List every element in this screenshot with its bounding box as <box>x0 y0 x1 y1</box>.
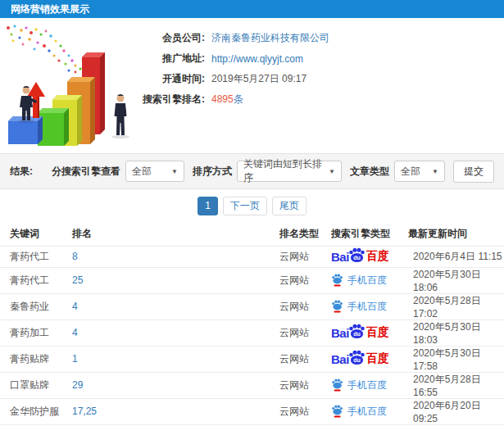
rank-link[interactable]: 29 <box>72 379 83 391</box>
rank-link[interactable]: 1 <box>72 353 78 365</box>
baidu-cn-text: 百度 <box>366 325 389 340</box>
mobile-baidu-label: 手机百度 <box>347 274 387 288</box>
keyword-cell: 膏药加工 <box>0 320 72 346</box>
search-engine-cell[interactable]: Bai du 百度 手机百度 <box>331 267 408 293</box>
last-page-button[interactable]: 尾页 <box>272 197 306 215</box>
keyword-cell: 口罩贴牌 <box>0 372 72 398</box>
rank-cell: 8 <box>72 246 279 267</box>
open-time-label: 开通时间: <box>133 72 205 86</box>
svg-text:du: du <box>353 255 361 261</box>
search-engine-cell[interactable]: Bai du 百度 手机百度 <box>331 346 408 372</box>
rank-link[interactable]: 4 <box>72 327 78 338</box>
page-title: 网络营销效果展示 <box>11 3 89 15</box>
table-row: 膏药加工 4 云网站 Bai du 百度 <box>0 320 504 346</box>
pagination: 1 下一页 尾页 <box>0 189 504 223</box>
confetti-dots <box>7 25 82 73</box>
table-row: 膏药贴牌 1 云网站 Bai du 百度 <box>0 346 504 372</box>
rank-link[interactable]: 4 <box>72 301 78 312</box>
rank-type-cell: 云网站 <box>279 293 331 320</box>
rank-count-number: 4895 <box>211 93 234 105</box>
update-time-cell: 2020年5月30日 18:06 <box>408 267 504 293</box>
search-engine-cell[interactable]: Bai du 百度 手机百度 <box>331 398 408 424</box>
businessman-right <box>111 94 129 138</box>
col-engine-type: 搜索引擎类型 <box>331 223 408 246</box>
article-type-selected: 全部 <box>401 165 420 179</box>
baidu-pc-logo: Bai du 百度 <box>331 324 389 342</box>
sort-select[interactable]: 关键词由短到长排序 ▼ <box>237 161 342 182</box>
article-type-label: 文章类型 <box>350 165 389 179</box>
update-time-cell: 2020年5月28日 17:02 <box>408 293 504 320</box>
baidu-bai-text: Bai <box>331 250 349 264</box>
search-engine-cell[interactable]: Bai du 百度 手机百度 <box>331 320 408 346</box>
search-engine-cell[interactable]: Bai du 百度 手机百度 <box>331 372 408 398</box>
search-engine-cell[interactable]: Bai du 百度 手机百度 <box>331 246 408 267</box>
keyword-cell: 膏药贴牌 <box>0 346 72 372</box>
chevron-down-icon: ▼ <box>425 168 438 175</box>
table-row: 口罩贴牌 29 云网站 Bai du 百度 <box>0 372 504 398</box>
baidu-mobile-logo: 手机百度 <box>331 300 387 314</box>
promo-url-link[interactable]: http://www.qlyyjt.com <box>211 53 303 65</box>
baidu-mobile-logo: 手机百度 <box>331 405 387 419</box>
engine-view-select[interactable]: 全部 ▼ <box>125 161 184 182</box>
engine-view-label: 分搜索引擎查看 <box>52 165 120 179</box>
col-update-time: 最新更新时间 <box>408 223 504 246</box>
bar-chart-illustration <box>2 23 139 152</box>
chevron-down-icon: ▼ <box>322 168 335 175</box>
table-row: 秦鲁药业 4 云网站 Bai du 百度 <box>0 293 504 320</box>
baidu-paw-icon: du <box>347 324 366 339</box>
app-header: 网络营销效果展示 <box>0 0 504 18</box>
rank-cell: 25 <box>72 267 279 293</box>
engine-rank-count-label: 搜索引擎排名: <box>133 93 205 106</box>
article-type-select[interactable]: 全部 ▼ <box>394 161 445 182</box>
keyword-cell: 秦鲁药业 <box>0 293 72 320</box>
baidu-bai-text: Bai <box>331 352 349 366</box>
company-info-section: 会员公司: 济南秦鲁药业科技有限公司 推广地址: http://www.qlyy… <box>0 18 504 153</box>
table-row: 金华防护服 17,25 云网站 Bai du 百度 <box>0 398 504 424</box>
rank-type-cell: 云网站 <box>279 372 331 398</box>
rank-cell: 4 <box>72 320 279 346</box>
mobile-baidu-label: 手机百度 <box>347 300 387 314</box>
col-rank-type: 排名类型 <box>279 223 331 246</box>
baidu-mobile-logo: 手机百度 <box>331 378 387 392</box>
next-page-button[interactable]: 下一页 <box>223 197 267 215</box>
open-time-value: 2019年5月27日 09:17 <box>211 72 306 86</box>
keyword-cell: 金华防护服 <box>0 398 72 424</box>
baidu-paw-icon: du <box>347 350 366 365</box>
rank-type-cell: 云网站 <box>279 398 331 424</box>
baidu-pc-logo: Bai du 百度 <box>331 350 389 369</box>
rank-type-cell: 云网站 <box>279 346 331 372</box>
member-company-label: 会员公司: <box>133 31 205 45</box>
submit-button[interactable]: 提交 <box>453 161 494 183</box>
mobile-baidu-paw-icon <box>331 378 343 392</box>
rank-cell: 1 <box>72 346 279 372</box>
rank-link[interactable]: 17,25 <box>72 406 97 417</box>
mobile-baidu-label: 手机百度 <box>347 405 387 419</box>
engine-rank-count-field: 搜索引擎排名: 4895条 <box>133 89 504 110</box>
result-label: 结果: <box>10 165 33 179</box>
col-keyword: 关键词 <box>0 223 72 246</box>
member-company-link[interactable]: 济南秦鲁药业科技有限公司 <box>211 31 329 45</box>
update-time-cell: 2020年5月28日 16:55 <box>408 372 504 398</box>
keyword-cell: 膏药代工 <box>0 267 72 293</box>
rank-link[interactable]: 25 <box>72 274 83 286</box>
open-time-field: 开通时间: 2019年5月27日 09:17 <box>133 69 504 89</box>
page-button-1[interactable]: 1 <box>198 197 218 215</box>
rank-type-cell: 云网站 <box>279 246 331 267</box>
baidu-paw-icon: du <box>347 247 366 263</box>
search-engine-cell[interactable]: Bai du 百度 手机百度 <box>331 293 408 320</box>
mobile-baidu-label: 手机百度 <box>347 378 387 392</box>
rank-type-cell: 云网站 <box>279 320 331 346</box>
rank-cell: 4 <box>72 293 279 320</box>
mobile-baidu-paw-icon <box>331 300 343 313</box>
update-time-cell: 2020年5月30日 18:03 <box>408 320 504 346</box>
sort-label: 排序方式 <box>193 165 232 179</box>
promo-url-label: 推广地址: <box>133 52 205 66</box>
member-company-field: 会员公司: 济南秦鲁药业科技有限公司 <box>133 28 504 48</box>
rank-link[interactable]: 8 <box>72 251 78 262</box>
update-time-cell: 2020年6月4日 11:15 <box>408 246 504 267</box>
filter-bar: 结果: 分搜索引擎查看 全部 ▼ 排序方式 关键词由短到长排序 ▼ 文章类型 全… <box>0 153 504 189</box>
baidu-pc-logo: Bai du 百度 <box>331 247 389 266</box>
baidu-mobile-logo: 手机百度 <box>331 274 387 288</box>
engine-rank-count-value[interactable]: 4895条 <box>211 93 243 106</box>
svg-text:du: du <box>353 331 361 337</box>
